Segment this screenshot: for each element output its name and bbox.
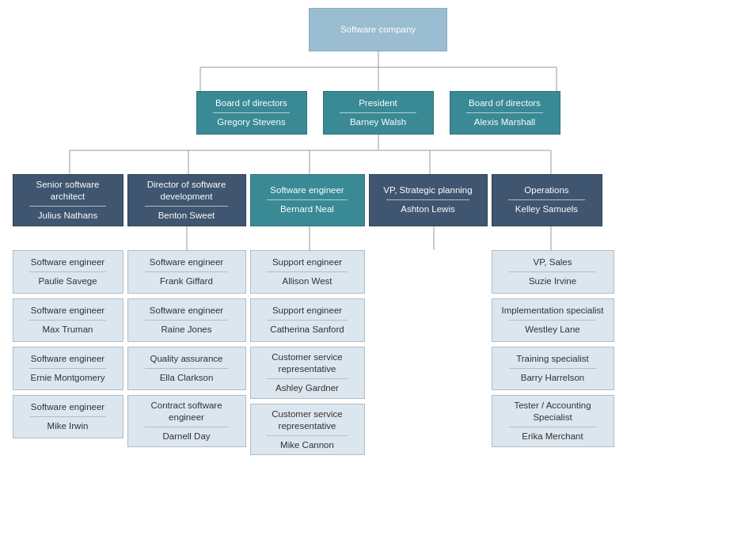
l2-node-3: VP, Strategic planning Ashton Lewis <box>369 174 488 226</box>
l1-0-title: Board of directors <box>215 97 287 109</box>
l3-0-1-title: Software engineer <box>31 305 104 317</box>
l2-l3-connectors <box>6 226 750 250</box>
l1-node-1: President Barney Walsh <box>323 91 434 135</box>
l3-1-1: Software engineer Raine Jones <box>127 298 246 342</box>
l3-2-2-name: Ashley Gardner <box>275 382 339 394</box>
row-1: Board of directors Gregory Stevens Presi… <box>6 91 750 135</box>
connector-svg-0 <box>6 51 750 91</box>
l3-2-3-title: Customer service representative <box>257 408 358 432</box>
l3-3-0-title: VP, Sales <box>533 256 572 268</box>
l1-1-name: Barney Walsh <box>350 116 406 128</box>
l3-1-3-title: Contract software engineer <box>135 400 239 423</box>
l3-0-0-title: Software engineer <box>31 256 104 268</box>
root-title: Software company <box>340 24 416 36</box>
l3-0-2-name: Ernie Montgomery <box>31 372 105 384</box>
l2-2-name: Bernard Neal <box>280 203 334 215</box>
l2-0-title: Senior software architect <box>20 179 116 203</box>
l3-0-3-title: Software engineer <box>31 401 104 413</box>
l2-2-title: Software engineer <box>270 184 344 196</box>
root-node: Software company <box>309 8 447 51</box>
l3-0-0: Software engineer Paulie Savege <box>13 250 123 294</box>
l1-2-title: Board of directors <box>469 97 541 109</box>
l3-3-3-title: Tester / Accounting Specialist <box>499 400 607 423</box>
l1-2-name: Alexis Marshall <box>474 116 535 128</box>
l3-0-0-name: Paulie Savege <box>38 275 97 287</box>
l3-col2: Support engineer Allison West Support en… <box>250 250 365 456</box>
l3-col1: Software engineer Frank Giffard Software… <box>127 250 246 447</box>
l2-1-name: Benton Sweet <box>158 210 215 222</box>
l3-col0: Software engineer Paulie Savege Software… <box>13 250 123 438</box>
l3-2-3-name: Mike Cannon <box>280 439 334 451</box>
l1-0-name: Gregory Stevens <box>217 116 285 128</box>
l3-1-0-title: Software engineer <box>150 256 223 268</box>
l3-1-1-name: Raine Jones <box>161 324 212 336</box>
l2-3-title: VP, Strategic planning <box>383 184 472 196</box>
l3-2-1-name: Catherina Sanford <box>270 324 344 336</box>
l3-0-3-name: Mike Irwin <box>47 420 89 432</box>
l1-l2-connectors <box>6 135 750 174</box>
l3-3-0: VP, Sales Suzie Irvine <box>492 250 614 294</box>
row-0: Software company <box>6 8 750 51</box>
l3-0-2-title: Software engineer <box>31 353 104 365</box>
l3-1-2-title: Quality assurance <box>150 353 222 365</box>
l2-3-name: Ashton Lewis <box>401 203 454 215</box>
l2-4-name: Kelley Samuels <box>515 203 578 215</box>
l3-2-1: Support engineer Catherina Sanford <box>250 298 365 342</box>
l3-1-0-name: Frank Giffard <box>160 275 213 287</box>
l3-3-1: Implementation specialist Westley Lane <box>492 298 614 342</box>
l3-2-0-title: Support engineer <box>272 256 342 268</box>
l3-0-3: Software engineer Mike Irwin <box>13 395 123 438</box>
l2-0-name: Julius Nathans <box>38 210 97 222</box>
l3-3-1-title: Implementation specialist <box>501 305 603 317</box>
l2-4-title: Operations <box>524 184 568 196</box>
l3-3-2-title: Training specialist <box>516 353 589 365</box>
l3-2-0: Support engineer Allison West <box>250 250 365 294</box>
l3-0-2: Software engineer Ernie Montgomery <box>13 347 123 390</box>
l3-1-3-name: Darnell Day <box>162 431 210 442</box>
l2-1-title: Director of software development <box>135 179 239 203</box>
l3-1-3: Contract software engineer Darnell Day <box>127 395 246 447</box>
l3-0-1-name: Max Truman <box>43 324 93 336</box>
l3-2-3: Customer service representative Mike Can… <box>250 404 365 456</box>
l3-3-1-name: Westley Lane <box>525 324 579 336</box>
l3-3-2-name: Barry Harrelson <box>521 372 585 384</box>
l1-1-title: President <box>359 97 397 109</box>
l3-3-2: Training specialist Barry Harrelson <box>492 347 614 390</box>
l3-1-2-name: Ella Clarkson <box>160 372 214 384</box>
root-connectors <box>6 51 750 91</box>
l3-1-1-title: Software engineer <box>150 305 223 317</box>
connector-svg-2 <box>6 226 750 250</box>
l2-node-1: Director of software development Benton … <box>127 174 246 226</box>
connector-svg-1 <box>6 135 750 174</box>
l3-2-2: Customer service representative Ashley G… <box>250 347 365 399</box>
row-3: Software engineer Paulie Savege Software… <box>6 250 750 456</box>
l3-1-0: Software engineer Frank Giffard <box>127 250 246 294</box>
l2-node-2: Software engineer Bernard Neal <box>250 174 365 226</box>
l3-3-3: Tester / Accounting Specialist Erika Mer… <box>492 395 614 447</box>
l3-0-1: Software engineer Max Truman <box>13 298 123 342</box>
l2-node-0: Senior software architect Julius Nathans <box>13 174 123 226</box>
org-chart: Software company Board of directors Greg… <box>6 8 750 455</box>
l3-3-3-name: Erika Merchant <box>522 431 583 442</box>
l3-3-0-name: Suzie Irvine <box>529 275 576 287</box>
l3-2-1-title: Support engineer <box>272 305 342 317</box>
row-2: Senior software architect Julius Nathans… <box>6 174 750 226</box>
l1-node-0: Board of directors Gregory Stevens <box>196 91 307 135</box>
l3-2-0-name: Allison West <box>282 275 332 287</box>
l3-1-2: Quality assurance Ella Clarkson <box>127 347 246 390</box>
l1-node-2: Board of directors Alexis Marshall <box>450 91 560 135</box>
l3-col3: VP, Sales Suzie Irvine Implementation sp… <box>492 250 614 447</box>
l3-2-2-title: Customer service representative <box>257 351 358 375</box>
l2-node-4: Operations Kelley Samuels <box>492 174 602 226</box>
